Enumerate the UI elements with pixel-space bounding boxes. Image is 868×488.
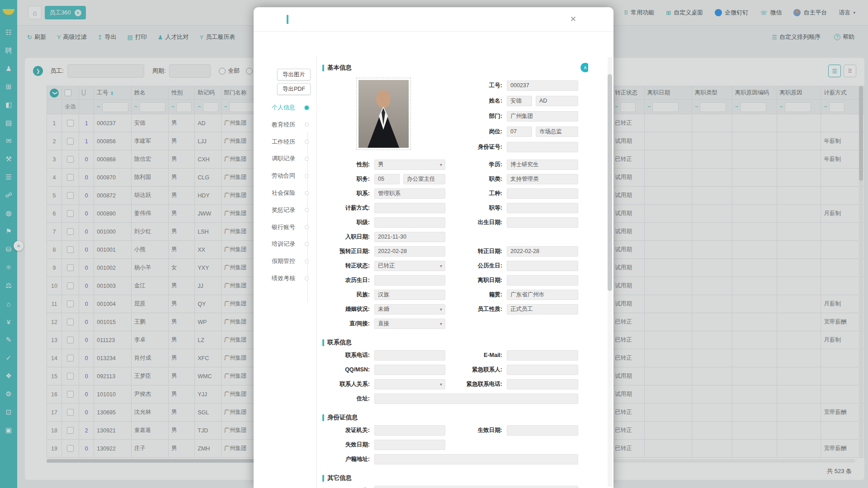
form-row: 职系:管理职系工种: bbox=[322, 186, 588, 201]
field-部门[interactable]: 广州集团 bbox=[507, 111, 578, 122]
field-身份证号[interactable] bbox=[507, 142, 578, 152]
field-label: 岗位: bbox=[445, 128, 507, 136]
field-性别-select[interactable]: 男 bbox=[374, 160, 445, 170]
field-农历生日-field[interactable] bbox=[374, 275, 445, 286]
field-住址-field[interactable] bbox=[374, 394, 578, 404]
field-籍贯-field[interactable]: 广东省广州市 bbox=[507, 290, 578, 300]
field-离职日期-field[interactable] bbox=[507, 275, 578, 286]
field-姓名-2[interactable]: AD bbox=[536, 96, 578, 106]
field-E-Mail-field[interactable] bbox=[507, 350, 578, 361]
field-工种-field[interactable] bbox=[507, 188, 578, 199]
section-header-联系信息: 联系信息 bbox=[322, 337, 588, 348]
section-header-基本信息: 基本信息∧ bbox=[322, 62, 588, 73]
field-紧急联系人-field[interactable] bbox=[507, 365, 578, 375]
field-联系电话-field[interactable] bbox=[374, 350, 445, 361]
field-label: 出生日期: bbox=[445, 219, 507, 226]
field-label: 计薪方式: bbox=[322, 204, 374, 212]
modal-nav-培训记录[interactable]: 培训记录 bbox=[272, 240, 317, 248]
modal-nav-社会保险[interactable]: 社会保险 bbox=[272, 189, 317, 197]
modal-nav-label: 培训记录 bbox=[272, 240, 295, 248]
modal-nav-劳动合同[interactable]: 劳动合同 bbox=[272, 172, 317, 180]
form-row: 联系人关系:紧急联系电话: bbox=[322, 377, 588, 391]
modal-left-rail: 导出图片导出PDF 个人信息教育经历工作经历调职记录劳动合同社会保险奖惩记录银行… bbox=[254, 56, 316, 488]
nav-dot-icon bbox=[305, 140, 309, 144]
field-姓名-1[interactable]: 安德 bbox=[507, 96, 532, 106]
field-label: 转正日期: bbox=[445, 248, 507, 255]
field-QQ/MSN-field[interactable] bbox=[374, 365, 445, 375]
field-label: 婚姻状况: bbox=[322, 305, 374, 313]
field-紧急联系电话-field[interactable] bbox=[507, 379, 578, 389]
modal-nav-假期管控[interactable]: 假期管控 bbox=[272, 257, 317, 265]
field-预转正日期-field[interactable]: 2022-02-28 bbox=[374, 246, 445, 257]
field-职级-field[interactable] bbox=[374, 217, 445, 228]
field-直/间接-select[interactable]: 直接 bbox=[374, 319, 445, 329]
form-row: 入职日期:2021-11-30 bbox=[322, 230, 588, 244]
field-备注-field[interactable] bbox=[374, 486, 578, 488]
field-户籍地址-field[interactable] bbox=[374, 454, 578, 465]
field-职类-field[interactable]: 支持管理类 bbox=[507, 174, 578, 184]
field-label: 农历生日: bbox=[322, 277, 374, 284]
modal-nav-教育经历[interactable]: 教育经历 bbox=[272, 121, 317, 129]
field-转正状态-select[interactable]: 已转正 bbox=[374, 261, 445, 271]
field-职务-code-field[interactable]: 05 bbox=[374, 174, 400, 184]
form-row: QQ/MSN:紧急联系人: bbox=[322, 362, 588, 377]
modal-nav-label: 奖惩记录 bbox=[272, 206, 295, 214]
field-计薪方式-field[interactable] bbox=[374, 203, 445, 213]
field-label: 直/间接: bbox=[322, 320, 374, 328]
field-联系人关系-select[interactable] bbox=[374, 379, 445, 389]
field-职等-field[interactable] bbox=[507, 203, 578, 213]
field-学历-field[interactable]: 博士研究生 bbox=[507, 160, 578, 170]
collapse-section-button[interactable]: ∧ bbox=[580, 63, 588, 72]
field-label: 职类: bbox=[445, 175, 507, 183]
modal-nav-label: 工作经历 bbox=[272, 138, 295, 146]
field-职系-field[interactable]: 管理职系 bbox=[374, 188, 445, 199]
export-button-pdf[interactable]: 导出PDF bbox=[277, 83, 311, 95]
field-岗位-1[interactable]: 07 bbox=[507, 127, 532, 137]
field-民族-field[interactable]: 汉族 bbox=[374, 290, 445, 300]
modal-nav-个人信息[interactable]: 个人信息 bbox=[272, 103, 317, 112]
field-label: 户籍地址: bbox=[322, 455, 374, 463]
nav-dot-icon bbox=[305, 225, 309, 229]
modal-nav-银行账号[interactable]: 银行账号 bbox=[272, 223, 317, 231]
nav-dot-icon bbox=[305, 277, 309, 281]
field-生效日期-field[interactable] bbox=[507, 425, 578, 436]
modal-nav-调职记录[interactable]: 调职记录 bbox=[272, 155, 317, 163]
nav-dot-icon bbox=[305, 259, 309, 263]
field-label: 紧急联系人: bbox=[445, 366, 507, 374]
form-row: 婚姻状况:未婚员工性质:正式员工 bbox=[322, 302, 588, 316]
field-出生日期-field[interactable] bbox=[507, 217, 578, 228]
field-职务-field[interactable]: 办公室主任 bbox=[403, 174, 445, 184]
employee-detail-modal: ✕ 导出图片导出PDF 个人信息教育经历工作经历调职记录劳动合同社会保险奖惩记录… bbox=[254, 7, 613, 488]
form-row: 直/间接:直接 bbox=[322, 316, 588, 331]
modal-nav-label: 银行账号 bbox=[272, 223, 295, 231]
field-工号[interactable]: 000237 bbox=[507, 80, 578, 91]
field-岗位-2[interactable]: 市场总监 bbox=[536, 127, 578, 137]
modal-nav-label: 个人信息 bbox=[272, 103, 295, 112]
section-accent-bar bbox=[322, 475, 324, 482]
modal-nav-label: 绩效考核 bbox=[272, 274, 295, 282]
section-title: 其它信息 bbox=[327, 474, 352, 482]
field-label: 姓名: bbox=[445, 97, 507, 105]
section-title: 联系信息 bbox=[327, 338, 352, 347]
field-label: 职级: bbox=[322, 219, 374, 226]
field-员工性质-field[interactable]: 正式员工 bbox=[507, 304, 578, 314]
form-row: 发证机关:生效日期: bbox=[322, 423, 588, 437]
field-转正日期-field[interactable]: 2022-02-28 bbox=[507, 246, 578, 257]
modal-nav-label: 假期管控 bbox=[272, 257, 295, 265]
modal-nav-奖惩记录[interactable]: 奖惩记录 bbox=[272, 206, 317, 214]
field-公历生日-field[interactable] bbox=[507, 261, 578, 271]
field-婚姻状况-select[interactable]: 未婚 bbox=[374, 304, 445, 314]
section-header-身份证信息: 身份证信息 bbox=[322, 412, 588, 423]
field-入职日期-field[interactable]: 2021-11-30 bbox=[374, 232, 445, 242]
field-label: 预转正日期: bbox=[322, 248, 374, 255]
modal-nav-工作经历[interactable]: 工作经历 bbox=[272, 138, 317, 146]
modal-scrollbar[interactable] bbox=[608, 57, 612, 487]
field-发证机关-field[interactable] bbox=[374, 425, 445, 436]
field-失效日期-field[interactable] bbox=[374, 440, 445, 450]
export-button-image[interactable]: 导出图片 bbox=[277, 69, 311, 80]
modal-close-icon[interactable]: ✕ bbox=[570, 14, 576, 24]
field-label: 学历: bbox=[445, 161, 507, 169]
form-row: 计薪方式:职等: bbox=[322, 201, 588, 215]
modal-nav-绩效考核[interactable]: 绩效考核 bbox=[272, 274, 317, 282]
nav-dot-icon bbox=[305, 106, 309, 110]
